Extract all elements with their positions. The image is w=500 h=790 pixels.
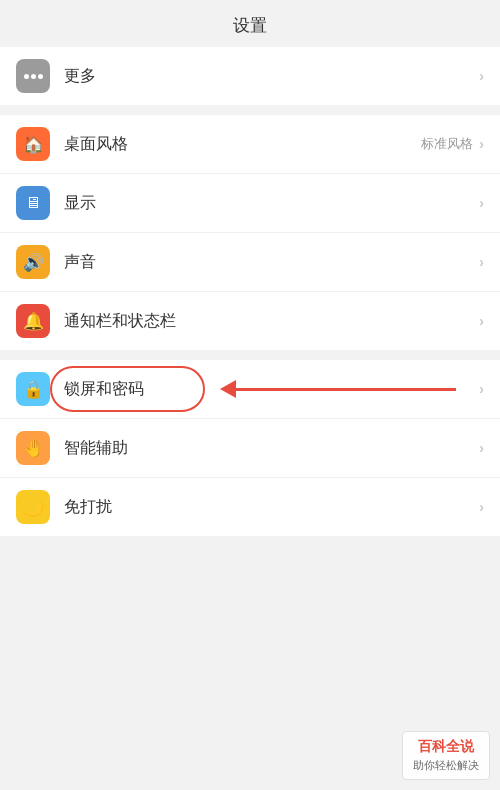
notification-icon: 🔔 bbox=[16, 304, 50, 338]
smart-icon: 🤚 bbox=[16, 431, 50, 465]
section-group-display: 🏠 桌面风格 标准风格 › 🖥 显示 › 🔊 声音 › 🔔 通知栏和状态栏 › bbox=[0, 115, 500, 350]
watermark: 百科全说 助你轻松解决 bbox=[402, 731, 490, 780]
smart-label: 智能辅助 bbox=[64, 438, 479, 459]
desktop-label: 桌面风格 bbox=[64, 134, 421, 155]
more-icon bbox=[16, 59, 50, 93]
watermark-title: 百科全说 bbox=[413, 738, 479, 756]
display-chevron: › bbox=[479, 195, 484, 211]
disturb-icon: 🌙 bbox=[16, 490, 50, 524]
more-label: 更多 bbox=[64, 66, 479, 87]
lockscreen-icon: 🔒 bbox=[16, 372, 50, 406]
desktop-chevron: › bbox=[479, 136, 484, 152]
desktop-icon: 🏠 bbox=[16, 127, 50, 161]
list-item-sound[interactable]: 🔊 声音 › bbox=[0, 233, 500, 292]
list-item-display[interactable]: 🖥 显示 › bbox=[0, 174, 500, 233]
list-item-notification[interactable]: 🔔 通知栏和状态栏 › bbox=[0, 292, 500, 350]
display-icon: 🖥 bbox=[16, 186, 50, 220]
desktop-value: 标准风格 bbox=[421, 135, 473, 153]
list-item-desktop[interactable]: 🏠 桌面风格 标准风格 › bbox=[0, 115, 500, 174]
sound-label: 声音 bbox=[64, 252, 479, 273]
smart-chevron: › bbox=[479, 440, 484, 456]
lockscreen-label: 锁屏和密码 bbox=[64, 379, 479, 400]
list-item-smart[interactable]: 🤚 智能辅助 › bbox=[0, 419, 500, 478]
display-label: 显示 bbox=[64, 193, 479, 214]
watermark-subtitle: 助你轻松解决 bbox=[413, 758, 479, 773]
more-chevron: › bbox=[479, 68, 484, 84]
list-item-disturb[interactable]: 🌙 免打扰 › bbox=[0, 478, 500, 536]
section-group-lock: 🔒 锁屏和密码 › 🤚 智能辅助 › 🌙 免打扰 › bbox=[0, 360, 500, 536]
notification-label: 通知栏和状态栏 bbox=[64, 311, 479, 332]
page-title: 设置 bbox=[0, 0, 500, 47]
list-item-more[interactable]: 更多 › bbox=[0, 47, 500, 105]
disturb-label: 免打扰 bbox=[64, 497, 479, 518]
lockscreen-chevron: › bbox=[479, 381, 484, 397]
list-item-lockscreen[interactable]: 🔒 锁屏和密码 › bbox=[0, 360, 500, 419]
notification-chevron: › bbox=[479, 313, 484, 329]
sound-icon: 🔊 bbox=[16, 245, 50, 279]
sound-chevron: › bbox=[479, 254, 484, 270]
section-group-more: 更多 › bbox=[0, 47, 500, 105]
disturb-chevron: › bbox=[479, 499, 484, 515]
